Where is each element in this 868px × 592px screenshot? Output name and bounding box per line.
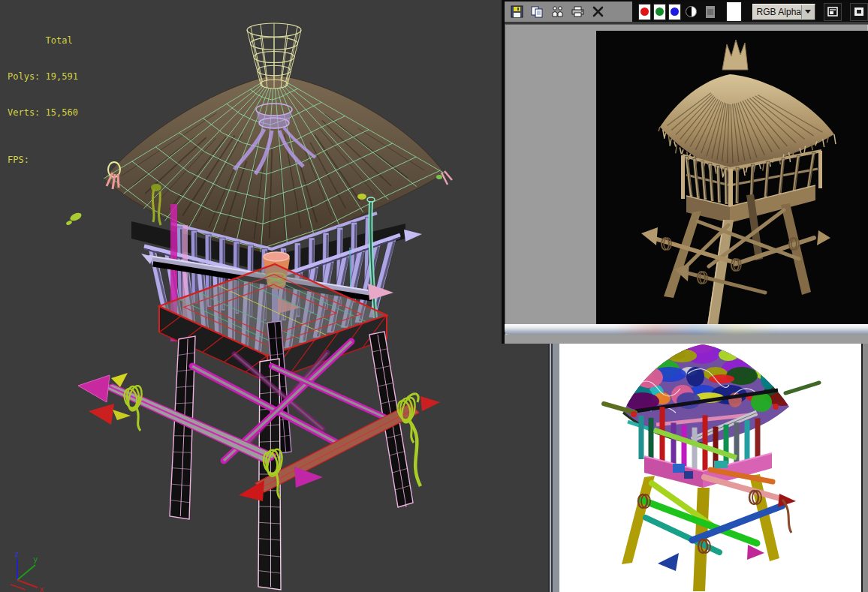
axis-label-y: y [33, 554, 38, 564]
red-channel-button[interactable] [638, 4, 651, 20]
toggle-ui-button[interactable] [824, 3, 842, 21]
rendered-frame-window: RGB Alpha [502, 0, 868, 344]
chevron-down-icon [801, 5, 815, 19]
save-button[interactable] [509, 5, 524, 20]
copy-button[interactable] [529, 5, 544, 20]
max-application-screen: z y x Total Polys: 19,591 Verts: 15,560 … [0, 0, 868, 592]
color-window-left-frame [548, 344, 560, 592]
color-id-window [548, 344, 868, 592]
alpha-icon [707, 9, 713, 15]
axis-tripod: z y x [11, 549, 44, 592]
print-button[interactable] [570, 5, 585, 20]
green-channel-button[interactable] [653, 4, 666, 20]
rendered-image[interactable] [596, 31, 868, 333]
color-id-canvas[interactable] [560, 344, 861, 592]
blue-channel-button[interactable] [668, 4, 681, 20]
axis-label-x: x [39, 584, 44, 592]
channel-dropdown[interactable]: RGB Alpha [752, 4, 815, 20]
clone-icon [550, 5, 565, 18]
stats-verts: Verts: 15,560 [8, 107, 78, 119]
toggle-ui-icon [827, 7, 838, 17]
color-braces [641, 470, 782, 552]
color-window-right-frame [861, 344, 868, 592]
monochrome-icon [686, 6, 697, 17]
stats-polys: Polys: 19,591 [8, 71, 78, 83]
copy-icon [530, 5, 544, 18]
color-dome [604, 344, 819, 443]
rfw-resize-bar[interactable] [505, 324, 868, 335]
layout-icon [854, 7, 864, 17]
green-channel-dot [656, 8, 664, 16]
color-id-tower [560, 344, 861, 591]
red-channel-dot [640, 8, 649, 16]
monochrome-button[interactable] [686, 4, 697, 20]
channel-dropdown-value: RGB Alpha [753, 7, 801, 17]
clear-icon [592, 5, 604, 18]
rfw-client-area [505, 24, 868, 335]
rfw-toolbar: RGB Alpha [505, 2, 868, 24]
clone-button[interactable] [550, 5, 565, 20]
viewport-statistics: Total Polys: 19,591 Verts: 15,560 FPS: [8, 11, 78, 190]
blue-channel-dot [671, 8, 679, 16]
alpha-channel-button[interactable] [706, 6, 715, 18]
layout-button[interactable] [850, 3, 868, 21]
print-icon [571, 5, 585, 18]
background-color-swatch[interactable] [726, 2, 742, 22]
clear-button[interactable] [590, 5, 605, 20]
stats-total: Total [8, 35, 78, 47]
axis-label-z: z [14, 549, 20, 559]
rendered-tower-image [596, 31, 868, 333]
save-icon [511, 5, 523, 18]
stats-fps: FPS: [8, 154, 78, 166]
